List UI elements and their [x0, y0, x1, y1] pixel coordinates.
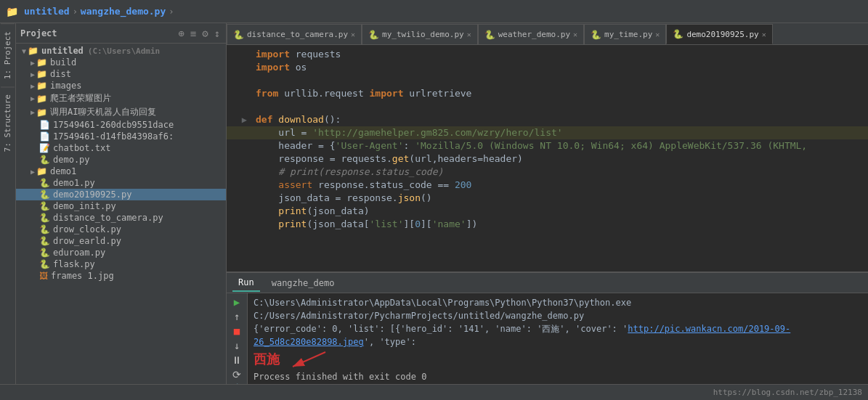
- status-bar: https://blog.csdn.net/zbp_12138: [0, 384, 868, 400]
- tabs-bar: 🐍 distance_to_camera.py ✕ 🐍 my_twilio_de…: [227, 23, 868, 45]
- tab-weather[interactable]: 🐍 weather_demo.py ✕: [478, 24, 584, 44]
- run-stop-button[interactable]: ■: [230, 325, 244, 337]
- tab-distance[interactable]: 🐍 distance_to_camera.py ✕: [227, 24, 362, 44]
- project-scrollbar[interactable]: [16, 378, 226, 384]
- code-line: # print(response.status_code): [227, 166, 868, 179]
- collapse-icon[interactable]: ≡: [189, 26, 198, 41]
- project-panel: Project ⊕ ≡ ⚙ ↕ ▼ 📁 untitled (C:\Users\A…: [16, 23, 227, 384]
- pin-icon[interactable]: ↕: [213, 26, 222, 41]
- panel-title: Project: [20, 28, 57, 38]
- tree-item-drow-clock[interactable]: 🐍 drow_clock.py: [16, 224, 226, 235]
- chinese-name-line: 西施: [253, 348, 862, 370]
- svg-line-1: [293, 352, 325, 367]
- code-line: url = 'http://gamehelper.gm825.com/wzry/…: [227, 126, 868, 139]
- cmd-line: C:\Users\Administrator\AppData\Local\Pro…: [253, 296, 862, 322]
- run-panel-header: Run wangzhe_demo: [227, 273, 868, 293]
- code-editor[interactable]: import requests import os from urllib.re…: [227, 45, 868, 272]
- code-line: response = requests.get(url,headers=head…: [227, 152, 868, 166]
- tree-item-file2[interactable]: 📄 17549461-d14fb84398af6:: [16, 131, 226, 142]
- code-line: json_data = response.json(): [227, 192, 868, 205]
- folder-icon: 📁: [6, 6, 18, 17]
- run-down-button[interactable]: ↓: [230, 340, 244, 351]
- tree-item-dist[interactable]: ▶ 📁 dist: [16, 68, 226, 80]
- tree-item-eduroam[interactable]: 🐍 eduroam.py: [16, 247, 226, 258]
- run-pause-button[interactable]: ⏸: [230, 354, 244, 366]
- tree-item-drow-earld[interactable]: 🐍 drow_earld.py: [16, 235, 226, 247]
- py-icon: 🐍: [484, 30, 495, 40]
- project-tab[interactable]: 1: Project: [1, 23, 15, 86]
- chinese-name: 西施: [253, 353, 280, 366]
- file-name[interactable]: wangzhe_demo.py: [81, 6, 166, 17]
- run-panel: Run wangzhe_demo ▶ ↑ ■ ↓ ⏸ ⟳ 📋 📌: [227, 272, 868, 384]
- run-content: ▶ ↑ ■ ↓ ⏸ ⟳ 📋 📌 C:\Users\Administrator\A…: [227, 293, 868, 384]
- run-play-button[interactable]: ▶: [230, 296, 244, 308]
- tree-item-file1[interactable]: 📄 17549461-260dcb9551dace: [16, 119, 226, 131]
- code-line: header = {'User-Agent': 'Mozilla/5.0 (Wi…: [227, 139, 868, 152]
- code-line: import os: [227, 61, 868, 74]
- tab-close-icon[interactable]: ✕: [351, 30, 355, 38]
- tree-item-demo-init[interactable]: 🐍 demo_init.py: [16, 200, 226, 212]
- tree-item-demo1py[interactable]: 🐍 demo1.py: [16, 177, 226, 189]
- py-icon: 🐍: [591, 30, 601, 40]
- tree-item-lol-pics[interactable]: ▶ 📁 爬王者荣耀图片: [16, 91, 226, 105]
- tree-root[interactable]: ▼ 📁 untitled (C:\Users\Admin: [16, 45, 226, 57]
- tree-item-frames[interactable]: 🖼 frames 1.jpg: [16, 270, 226, 282]
- code-line: print(json_data): [227, 205, 868, 218]
- panel-actions: ⊕ ≡ ⚙ ↕: [177, 26, 222, 41]
- tab-twilio[interactable]: 🐍 my_twilio_demo.py ✕: [362, 24, 478, 44]
- run-up-button[interactable]: ↑: [230, 311, 244, 322]
- status-link[interactable]: https://blog.csdn.net/zbp_12138: [713, 388, 862, 397]
- settings-icon[interactable]: ⚙: [200, 26, 209, 41]
- run-output: C:\Users\Administrator\AppData\Local\Pro…: [248, 293, 868, 384]
- tree-item-build[interactable]: ▶ 📁 build: [16, 57, 226, 68]
- code-line: [227, 74, 868, 87]
- left-vertical-tabs: 1: Project 7: Structure: [0, 23, 16, 384]
- tab-close-icon[interactable]: ✕: [467, 30, 471, 38]
- tab-close-icon[interactable]: ✕: [762, 30, 766, 38]
- tree-item-demo20190925[interactable]: 🐍 demo20190925.py: [16, 189, 226, 200]
- output-line: {'error_code': 0, 'list': [{'hero_id': '…: [253, 322, 862, 348]
- tab-close-icon[interactable]: ✕: [573, 30, 577, 38]
- title-bar: 📁 untitled › wangzhe_demo.py ›: [0, 0, 868, 23]
- run-tab[interactable]: Run: [232, 274, 260, 292]
- py-icon: 🐍: [233, 30, 244, 40]
- locate-icon[interactable]: ⊕: [177, 26, 185, 41]
- tree-item-demo[interactable]: 🐍 demo.py: [16, 154, 226, 166]
- tree-item-flask[interactable]: 🐍 flask.py: [16, 258, 226, 270]
- code-line: from urllib.request import urlretrieve: [227, 87, 868, 100]
- tree-item-ai-chat[interactable]: ▶ 📁 调用AI聊天机器人自动回复: [16, 105, 226, 119]
- code-line: print(json_data['list'][0]['name']): [227, 218, 868, 231]
- right-area: 🐍 distance_to_camera.py ✕ 🐍 my_twilio_de…: [227, 23, 868, 384]
- code-line: import requests: [227, 48, 868, 61]
- structure-tab[interactable]: 7: Structure: [1, 86, 15, 159]
- tree-item-distance[interactable]: 🐍 distance_to_camera.py: [16, 212, 226, 224]
- project-name[interactable]: untitled: [24, 6, 70, 17]
- tree-item-images[interactable]: ▶ 📁 images: [16, 80, 226, 91]
- breadcrumb: untitled › wangzhe_demo.py ›: [24, 6, 174, 17]
- code-line: ▶ def download():: [227, 113, 868, 126]
- tree-item-demo1-folder[interactable]: ▶ 📁 demo1: [16, 166, 226, 177]
- code-line: assert response.status_code == 200: [227, 179, 868, 192]
- panel-header: Project ⊕ ≡ ⚙ ↕: [16, 23, 226, 44]
- tree-item-chatbot[interactable]: 📝 chatbot.txt: [16, 142, 226, 154]
- run-script-name[interactable]: wangzhe_demo: [266, 275, 341, 291]
- py-icon: 🐍: [673, 29, 684, 39]
- py-icon: 🐍: [368, 30, 379, 40]
- tab-close-icon[interactable]: ✕: [655, 30, 660, 38]
- code-line: [227, 100, 868, 113]
- tab-demo20190925[interactable]: 🐍 demo20190925.py ✕: [666, 24, 772, 44]
- run-rerun-button[interactable]: ⟳: [230, 369, 244, 380]
- red-arrow: [285, 348, 329, 370]
- finish-line: Process finished with exit code 0: [253, 370, 862, 383]
- run-toolbar: ▶ ↑ ■ ↓ ⏸ ⟳ 📋 📌: [227, 293, 248, 384]
- project-tree: ▼ 📁 untitled (C:\Users\Admin ▶ 📁 build ▶…: [16, 44, 226, 378]
- tab-mytime[interactable]: 🐍 my_time.py ✕: [584, 24, 666, 44]
